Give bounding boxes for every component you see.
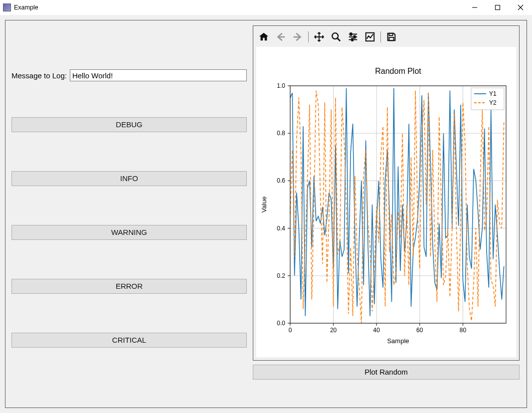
svg-rect-13	[389, 33, 392, 36]
configure-icon[interactable]	[346, 29, 360, 44]
message-label: Message to Log:	[11, 71, 67, 80]
svg-text:0.4: 0.4	[277, 225, 285, 232]
home-icon[interactable]	[256, 29, 271, 44]
message-row: Message to Log:	[11, 69, 247, 81]
message-input[interactable]	[70, 69, 247, 81]
window-titlebar: Example	[0, 0, 532, 15]
svg-text:60: 60	[416, 327, 423, 334]
svg-text:Random Plot: Random Plot	[375, 67, 421, 75]
back-icon[interactable]	[273, 29, 288, 44]
left-column: Message to Log: DEBUG INFO WARNING ERROR…	[11, 25, 247, 403]
svg-text:0.2: 0.2	[277, 272, 285, 279]
svg-rect-9	[354, 36, 355, 38]
svg-text:40: 40	[373, 327, 380, 334]
zoom-icon[interactable]	[329, 29, 344, 44]
mpl-toolbar	[256, 29, 399, 45]
error-button[interactable]: ERROR	[11, 279, 247, 294]
svg-rect-1	[496, 5, 500, 10]
svg-text:0: 0	[289, 327, 292, 334]
svg-text:0.0: 0.0	[277, 320, 285, 327]
client-area: Message to Log: DEBUG INFO WARNING ERROR…	[0, 15, 532, 413]
svg-text:Sample: Sample	[387, 337, 409, 345]
svg-text:Value: Value	[260, 197, 268, 212]
svg-text:Y2: Y2	[489, 99, 497, 106]
svg-text:0.6: 0.6	[277, 177, 285, 184]
plot-random-button[interactable]: Plot Random	[253, 365, 520, 380]
forward-icon[interactable]	[290, 29, 305, 44]
window-maximize-button[interactable]	[486, 0, 509, 15]
save-icon[interactable]	[384, 29, 399, 44]
svg-rect-52	[471, 88, 504, 110]
toolbar-separator	[380, 31, 381, 42]
svg-rect-7	[351, 33, 352, 35]
svg-line-5	[338, 38, 341, 41]
edit-icon[interactable]	[362, 29, 377, 44]
svg-point-4	[332, 33, 338, 39]
svg-text:Y1: Y1	[489, 90, 497, 97]
window-title: Example	[14, 4, 38, 11]
warning-button[interactable]: WARNING	[11, 225, 247, 240]
toolbar-separator	[308, 31, 309, 42]
pan-icon[interactable]	[312, 29, 327, 44]
critical-button[interactable]: CRITICAL	[11, 333, 247, 348]
window-minimize-button[interactable]	[463, 0, 486, 15]
svg-rect-11	[352, 38, 353, 41]
debug-button[interactable]: DEBUG	[11, 117, 247, 132]
svg-text:1.0: 1.0	[277, 82, 285, 89]
plot-frame: Random Plot0204060800.00.20.40.60.81.0Sa…	[253, 25, 520, 361]
main-groupbox: Message to Log: DEBUG INFO WARNING ERROR…	[5, 20, 527, 408]
chart-canvas[interactable]: Random Plot0204060800.00.20.40.60.81.0Sa…	[256, 47, 516, 357]
window-close-button[interactable]	[509, 0, 532, 15]
app-icon	[3, 3, 11, 11]
right-column: Random Plot0204060800.00.20.40.60.81.0Sa…	[253, 25, 520, 403]
svg-text:20: 20	[330, 327, 337, 334]
svg-text:80: 80	[460, 327, 467, 334]
svg-text:0.8: 0.8	[277, 130, 285, 137]
info-button[interactable]: INFO	[11, 171, 247, 186]
